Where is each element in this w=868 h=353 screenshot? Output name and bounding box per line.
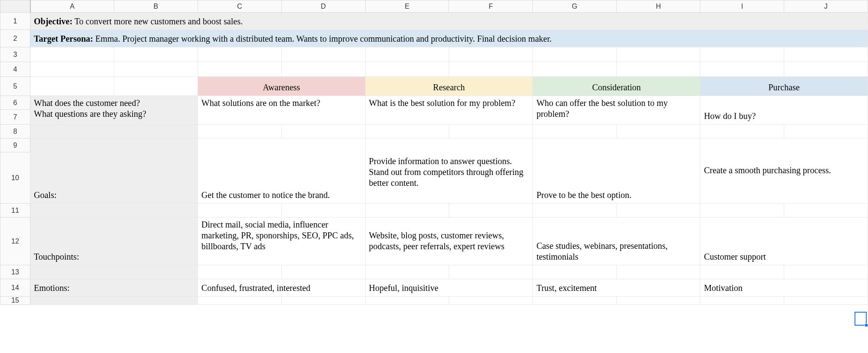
stage-header-consideration[interactable]: Consideration [533, 77, 700, 96]
col-header-I[interactable]: I [700, 0, 784, 13]
cell-objective[interactable]: Objective: To convert more new customers… [30, 13, 868, 30]
cell-J4[interactable] [784, 62, 868, 77]
cell-F3[interactable] [449, 47, 533, 62]
cell-G4[interactable] [533, 62, 617, 77]
row-2[interactable]: 2 Target Persona: Emma. Project manager … [0, 30, 868, 47]
row-header-11[interactable]: 11 [0, 204, 30, 218]
cell-A5[interactable] [30, 77, 114, 96]
cell-F11[interactable] [449, 204, 533, 218]
row-header-10[interactable]: 10 [0, 152, 30, 204]
cell-E11[interactable] [365, 204, 449, 218]
cell-H4[interactable] [617, 62, 700, 77]
row-header-8[interactable]: 8 [0, 125, 30, 139]
col-header-J[interactable]: J [784, 0, 868, 13]
stage-header-research[interactable]: Research [365, 77, 533, 96]
cell-H13[interactable] [617, 265, 700, 279]
goals-awareness[interactable]: Get the customer to notice the brand. [198, 139, 365, 204]
cell-A3[interactable] [30, 47, 114, 62]
col-header-H[interactable]: H [617, 0, 700, 13]
row-header-2[interactable]: 2 [0, 30, 30, 47]
touchpoints-consideration[interactable]: Case studies, webinars, presentations, t… [533, 218, 700, 265]
cell-H3[interactable] [617, 47, 700, 62]
questions-label-cell[interactable]: What does the customer need? What questi… [30, 96, 198, 125]
row-4[interactable]: 4 [0, 62, 868, 77]
row-1[interactable]: 1 Objective: To convert more new custome… [0, 13, 868, 30]
question-research[interactable]: What is the best solution for my problem… [365, 96, 533, 125]
emotions-research[interactable]: Hopeful, inquisitive [365, 279, 533, 297]
cell-D4[interactable] [281, 62, 365, 77]
cell-I4[interactable] [700, 62, 784, 77]
stage-header-awareness[interactable]: Awareness [198, 77, 365, 96]
row-header-13[interactable]: 13 [0, 265, 30, 279]
goals-purchase[interactable]: Create a smooth purchasing process. [700, 139, 868, 204]
cell-H8[interactable] [617, 125, 700, 139]
col-header-B[interactable]: B [114, 0, 198, 13]
row-header-5[interactable]: 5 [0, 77, 30, 96]
cell-E4[interactable] [365, 62, 449, 77]
emotions-awareness[interactable]: Confused, frustrated, interested [198, 279, 365, 297]
cell-F4[interactable] [449, 62, 533, 77]
emotions-purchase[interactable]: Motivation [700, 279, 868, 297]
row-11[interactable]: 11 [0, 204, 868, 218]
cell-D15[interactable] [281, 297, 365, 305]
cell-G15[interactable] [533, 297, 617, 305]
fill-handle[interactable] [865, 323, 868, 327]
row-15[interactable]: 15 [0, 297, 868, 305]
row-13[interactable]: 13 [0, 265, 868, 279]
cell-C15[interactable] [198, 297, 281, 305]
row-9[interactable]: 9 Goals: Get the customer to notice the … [0, 139, 868, 152]
cell-J15[interactable] [784, 297, 868, 305]
spreadsheet-grid[interactable]: A B C D E F G H I J 1 Objective: To conv… [0, 0, 868, 305]
cell-I13[interactable] [700, 265, 784, 279]
cell-G13[interactable] [533, 265, 617, 279]
row-header-1[interactable]: 1 [0, 13, 30, 30]
col-header-F[interactable]: F [449, 0, 533, 13]
row-header-4[interactable]: 4 [0, 62, 30, 77]
row-header-14[interactable]: 14 [0, 279, 30, 297]
row-12[interactable]: 12 Touchpoints: Direct mail, social medi… [0, 218, 868, 265]
cell-I8[interactable] [700, 125, 784, 139]
cell-A13[interactable] [30, 265, 198, 279]
cell-F15[interactable] [449, 297, 533, 305]
question-consideration[interactable]: Who can offer the best solution to my pr… [533, 96, 700, 125]
cell-C13[interactable] [198, 265, 281, 279]
cell-J13[interactable] [784, 265, 868, 279]
emotions-label-cell[interactable]: Emotions: [30, 279, 198, 297]
touchpoints-research[interactable]: Website, blog posts, customer reviews, p… [365, 218, 533, 265]
row-header-7[interactable]: 7 [0, 110, 30, 125]
cell-D8[interactable] [281, 125, 365, 139]
row-header-6[interactable]: 6 [0, 96, 30, 110]
goals-research[interactable]: Provide information to answer questions.… [365, 139, 533, 204]
cell-H15[interactable] [617, 297, 700, 305]
row-8[interactable]: 8 [0, 125, 868, 139]
question-purchase[interactable]: How do I buy? [700, 96, 868, 125]
cell-persona[interactable]: Target Persona: Emma. Project manager wo… [30, 30, 868, 47]
stage-header-purchase[interactable]: Purchase [700, 77, 868, 96]
cell-J3[interactable] [784, 47, 868, 62]
cell-F8[interactable] [449, 125, 533, 139]
row-5[interactable]: 5 Awareness Research Consideration Purch… [0, 77, 868, 96]
row-header-15[interactable]: 15 [0, 297, 30, 305]
cell-A15[interactable] [30, 297, 198, 305]
cell-I3[interactable] [700, 47, 784, 62]
cell-D13[interactable] [281, 265, 365, 279]
col-header-A[interactable]: A [30, 0, 114, 13]
row-header-12[interactable]: 12 [0, 218, 30, 265]
cell-G11[interactable] [533, 204, 617, 218]
goals-consideration[interactable]: Prove to be the best option. [533, 139, 700, 204]
cell-G3[interactable] [533, 47, 617, 62]
question-awareness[interactable]: What solutions are on the market? [198, 96, 365, 125]
cell-A4[interactable] [30, 62, 114, 77]
cell-C11[interactable] [198, 204, 281, 218]
col-header-G[interactable]: G [533, 0, 617, 13]
cell-G8[interactable] [533, 125, 617, 139]
cell-H11[interactable] [617, 204, 700, 218]
row-header-3[interactable]: 3 [0, 47, 30, 62]
cell-E15[interactable] [365, 297, 449, 305]
cell-I15[interactable] [700, 297, 784, 305]
col-header-E[interactable]: E [365, 0, 449, 13]
cell-C8[interactable] [198, 125, 281, 139]
cell-F13[interactable] [449, 265, 533, 279]
goals-label-cell[interactable]: Goals: [30, 139, 198, 204]
touchpoints-label-cell[interactable]: Touchpoints: [30, 218, 198, 265]
